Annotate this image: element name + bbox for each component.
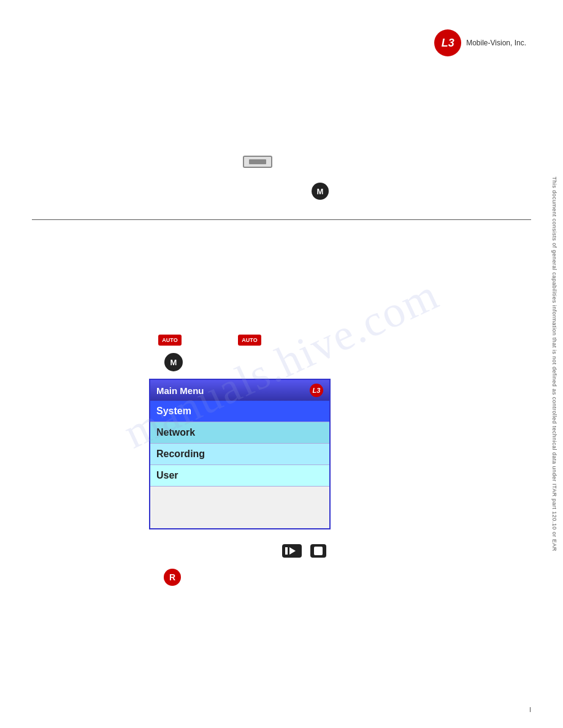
menu-logo-icon: L3 <box>310 384 323 397</box>
auto-badge-2: AUTO <box>238 335 261 346</box>
page-number: I <box>529 706 531 713</box>
horizontal-divider <box>32 219 531 220</box>
r-badge: R <box>164 569 181 586</box>
menu-item-recording[interactable]: Recording <box>150 444 329 465</box>
logo-company: Mobile-Vision, Inc. <box>466 38 526 48</box>
play-pause-icon[interactable] <box>282 544 302 558</box>
m-button-lower[interactable]: M <box>164 353 183 371</box>
menu-title: Main Menu <box>156 385 204 396</box>
menu-item-system[interactable]: System <box>150 401 329 422</box>
menu-empty-area <box>150 487 329 528</box>
stop-icon[interactable] <box>310 544 326 558</box>
main-menu-box: Main Menu L3 System Network Recording Us… <box>149 379 331 529</box>
menu-title-bar: Main Menu L3 <box>150 380 329 401</box>
space-button-icon <box>243 156 272 168</box>
menu-item-user[interactable]: User <box>150 465 329 487</box>
auto-badge-1: AUTO <box>158 335 182 346</box>
logo-icon: L3 <box>434 29 461 56</box>
m-button-upper[interactable]: M <box>312 183 329 200</box>
logo-area: L3 Mobile-Vision, Inc. <box>434 29 526 56</box>
menu-item-network[interactable]: Network <box>150 422 329 444</box>
playback-controls <box>282 544 326 558</box>
side-text: This document consists of general capabi… <box>546 0 563 728</box>
